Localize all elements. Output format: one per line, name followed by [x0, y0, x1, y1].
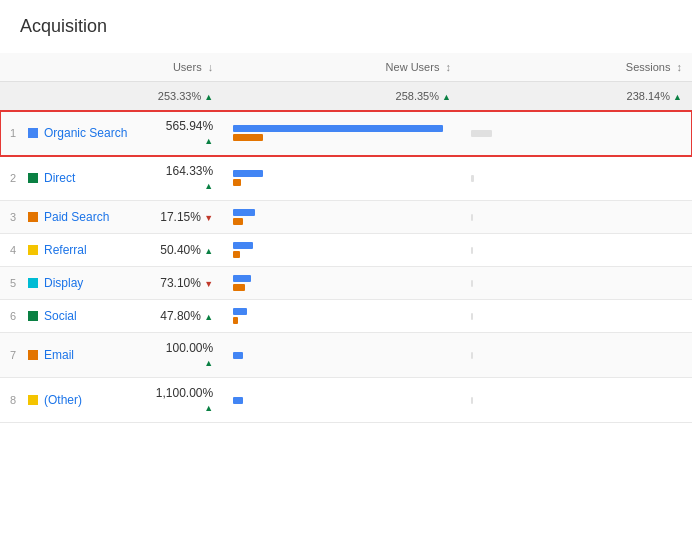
table-row: 6 Social 47.80% [0, 300, 692, 333]
summary-new-users-trend [442, 90, 451, 102]
bar-secondary [233, 179, 241, 186]
bar-primary [233, 397, 243, 404]
table-row: 1 Organic Search 565.94% [0, 111, 692, 156]
summary-users-trend [204, 90, 213, 102]
users-metric: 164.33% [146, 156, 223, 201]
bar-container [233, 170, 451, 186]
row-number: 6 [10, 310, 22, 322]
bar-primary [233, 170, 263, 177]
users-metric: 73.10% [146, 267, 223, 300]
new-users-bar-cell [223, 111, 461, 156]
sessions-bar [471, 280, 473, 287]
sessions-cell [461, 234, 692, 267]
table-header-row: Users ↓ New Users ↕ Sessions ↕ [0, 53, 692, 82]
bar-secondary [233, 251, 240, 258]
sessions-bar-container [471, 352, 682, 359]
users-trend-icon [204, 244, 213, 256]
users-metric: 565.94% [146, 111, 223, 156]
channel-cell: 5 Display [0, 267, 146, 300]
channel-color-dot [28, 245, 38, 255]
channel-link[interactable]: Direct [44, 171, 75, 185]
new-users-bar-cell [223, 156, 461, 201]
sessions-cell [461, 201, 692, 234]
bar-primary [233, 308, 247, 315]
col-header-users[interactable]: Users ↓ [146, 53, 223, 82]
sessions-cell [461, 378, 692, 423]
channel-link[interactable]: Email [44, 348, 74, 362]
row-number: 8 [10, 394, 22, 406]
sessions-bar [471, 397, 473, 404]
bar-primary [233, 125, 443, 132]
users-trend-icon [204, 356, 213, 368]
new-users-bar-cell [223, 333, 461, 378]
bar-container [233, 242, 451, 258]
channel-link[interactable]: Display [44, 276, 83, 290]
sessions-bar-container [471, 175, 682, 182]
channel-cell: 8 (Other) [0, 378, 146, 423]
row-number: 5 [10, 277, 22, 289]
summary-new-users: 258.35% [223, 82, 461, 111]
bar-primary [233, 352, 243, 359]
row-number: 3 [10, 211, 22, 223]
sessions-bar-container [471, 280, 682, 287]
users-trend-icon [204, 179, 213, 191]
channel-cell: 4 Referral [0, 234, 146, 267]
sessions-cell [461, 300, 692, 333]
users-trend-icon [204, 310, 213, 322]
users-trend-icon [204, 277, 213, 289]
users-metric: 50.40% [146, 234, 223, 267]
channel-color-dot [28, 278, 38, 288]
summary-row: 253.33% 258.35% 238.14% [0, 82, 692, 111]
bar-primary [233, 275, 251, 282]
sessions-cell [461, 111, 692, 156]
channel-cell: 2 Direct [0, 156, 146, 201]
bar-secondary [233, 218, 243, 225]
users-trend-icon [204, 401, 213, 413]
sessions-bar-container [471, 397, 682, 404]
col-header-sessions[interactable]: Sessions ↕ [461, 53, 692, 82]
bar-container [233, 209, 451, 225]
sessions-bar [471, 130, 492, 137]
channel-link[interactable]: Paid Search [44, 210, 109, 224]
channel-cell: 1 Organic Search [0, 111, 146, 156]
channel-color-dot [28, 128, 38, 138]
sessions-cell [461, 267, 692, 300]
channel-link[interactable]: Social [44, 309, 77, 323]
users-metric: 47.80% [146, 300, 223, 333]
sort-icon-new-users: ↕ [445, 61, 451, 73]
new-users-bar-cell [223, 234, 461, 267]
new-users-bar-cell [223, 300, 461, 333]
bar-primary [233, 242, 253, 249]
channel-link[interactable]: Referral [44, 243, 87, 257]
table-row: 4 Referral 50.40% [0, 234, 692, 267]
row-number: 7 [10, 349, 22, 361]
channel-link[interactable]: Organic Search [44, 126, 127, 140]
summary-users: 253.33% [146, 82, 223, 111]
channel-cell: 3 Paid Search [0, 201, 146, 234]
channel-link[interactable]: (Other) [44, 393, 82, 407]
bar-primary [233, 209, 255, 216]
main-container: Acquisition Users ↓ New Users ↕ Sessions [0, 0, 692, 559]
header-section: Acquisition [0, 0, 692, 53]
table-wrapper: Users ↓ New Users ↕ Sessions ↕ [0, 53, 692, 423]
sessions-bar-container [471, 214, 682, 221]
sessions-bar [471, 352, 473, 359]
sort-icon-users: ↓ [208, 61, 214, 73]
users-trend-icon [204, 211, 213, 223]
sessions-bar [471, 214, 473, 221]
table-row: 2 Direct 164.33% [0, 156, 692, 201]
sessions-bar-container [471, 130, 682, 137]
table-row: 3 Paid Search 17.15% [0, 201, 692, 234]
sessions-bar [471, 313, 473, 320]
users-trend-icon [204, 134, 213, 146]
channel-color-dot [28, 173, 38, 183]
bar-secondary [233, 134, 263, 141]
users-metric: 100.00% [146, 333, 223, 378]
sort-icon-sessions: ↕ [677, 61, 683, 73]
bar-container [233, 275, 451, 291]
table-row: 8 (Other) 1,100.00% [0, 378, 692, 423]
new-users-bar-cell [223, 267, 461, 300]
bar-container [233, 397, 451, 404]
col-header-new-users[interactable]: New Users ↕ [223, 53, 461, 82]
new-users-bar-cell [223, 378, 461, 423]
